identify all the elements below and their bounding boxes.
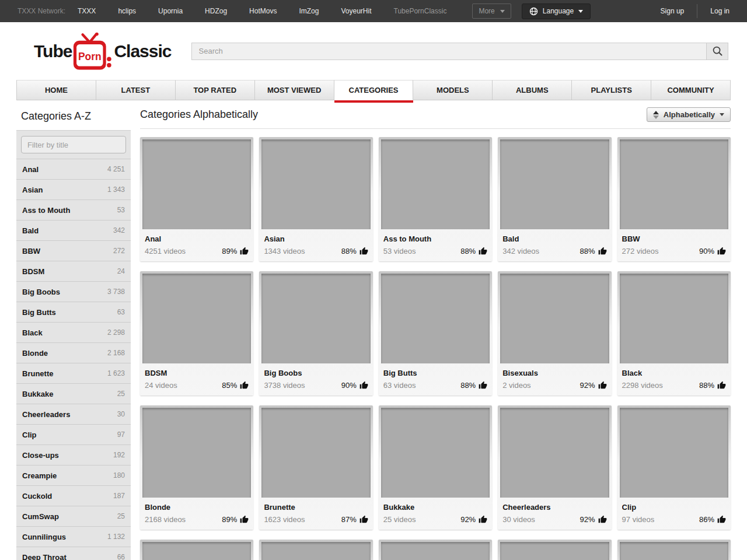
category-card[interactable]: Ass to Mouth 53 videos 88% — [379, 137, 492, 261]
network-site-link[interactable]: HotMovs — [249, 7, 277, 15]
thumbs-up-icon — [598, 247, 607, 256]
category-thumbnail — [500, 139, 609, 229]
category-thumbnail — [261, 408, 370, 498]
category-video-count: 1343 videos — [264, 247, 305, 256]
category-title: Blonde — [145, 503, 249, 512]
network-site-link[interactable]: TXXX — [78, 7, 96, 15]
category-list-count: 2 168 — [107, 349, 125, 357]
search-bar — [191, 43, 728, 60]
category-list-item[interactable]: BBW 272 — [16, 240, 131, 261]
search-icon — [712, 46, 723, 57]
category-card[interactable]: Clip 97 videos 86% — [617, 405, 731, 530]
category-card[interactable]: Cheerleaders 30 videos 92% — [498, 405, 611, 530]
search-input[interactable] — [191, 43, 706, 60]
category-list-item[interactable]: Deep Throat 66 — [16, 547, 131, 560]
tv-logo-icon: Porn — [72, 32, 113, 72]
category-card[interactable]: Bukkake 25 videos 92% — [379, 405, 492, 530]
categories-sidebar: Categories A-Z Anal 4 251 Asian 1 343 A — [16, 100, 131, 560]
category-card[interactable] — [259, 540, 372, 560]
category-card[interactable]: Big Boobs 3738 videos 90% — [259, 271, 372, 396]
category-card[interactable]: Bisexuals 2 videos 92% — [498, 271, 611, 396]
nav-tab[interactable]: TOP RATED — [176, 80, 255, 100]
category-list-item[interactable]: Anal 4 251 — [16, 159, 131, 179]
category-card[interactable]: Big Butts 63 videos 88% — [379, 271, 492, 396]
category-list-count: 24 — [117, 267, 125, 275]
filter-input[interactable] — [21, 136, 126, 153]
sidebar-panel: Anal 4 251 Asian 1 343 Ass to Mouth 53 — [16, 130, 131, 560]
category-list-item[interactable]: Asian 1 343 — [16, 179, 131, 200]
nav-tab[interactable]: PLAYLISTS — [572, 80, 651, 100]
category-list-item[interactable]: Cuckold 187 — [16, 485, 131, 506]
network-site-link[interactable]: VoyeurHit — [341, 7, 371, 15]
category-title: Ass to Mouth — [383, 235, 487, 243]
category-rating-area: 89% — [222, 515, 249, 524]
category-card[interactable]: BDSM 24 videos 85% — [140, 271, 253, 396]
category-list-item[interactable]: Black 2 298 — [16, 322, 131, 342]
category-list-item[interactable]: BDSM 24 — [16, 261, 131, 281]
category-stats: 24 videos 85% — [145, 381, 249, 396]
category-title: BBW — [622, 235, 726, 243]
category-rating-area: 88% — [341, 247, 368, 256]
category-card[interactable]: Brunette 1623 videos 87% — [259, 405, 372, 530]
category-list-item[interactable]: Brunette 1 623 — [16, 363, 131, 383]
category-list-item[interactable]: Cheerleaders 30 — [16, 404, 131, 424]
category-video-count: 2168 videos — [145, 515, 186, 524]
category-rating-area: 85% — [222, 381, 249, 390]
category-list-label: Big Butts — [22, 308, 56, 317]
category-list-item[interactable]: Bukkake 25 — [16, 383, 131, 404]
content-area: Categories A-Z Anal 4 251 Asian 1 343 A — [0, 100, 747, 560]
category-list-item[interactable]: Big Boobs 3 738 — [16, 281, 131, 302]
category-card[interactable] — [379, 540, 492, 560]
category-list-item[interactable]: CumSwap 25 — [16, 506, 131, 526]
language-button[interactable]: Language — [522, 4, 591, 19]
main-header-row: Categories Alphabetically Alphabetically — [140, 107, 731, 129]
category-list-item[interactable]: Blonde 2 168 — [16, 342, 131, 363]
logo-text-porn: Porn — [78, 50, 102, 62]
nav-tab[interactable]: HOME — [16, 80, 96, 100]
more-sites-button[interactable]: More — [472, 4, 511, 19]
nav-tab[interactable]: CATEGORIES — [334, 80, 414, 100]
search-button[interactable] — [706, 43, 728, 60]
network-site-link[interactable]: hclips — [118, 7, 136, 15]
category-list-item[interactable]: Bald 342 — [16, 220, 131, 240]
category-card[interactable]: Bald 342 videos 88% — [498, 137, 611, 261]
category-list-item[interactable]: Ass to Mouth 53 — [16, 200, 131, 220]
network-site-link[interactable]: Upornia — [158, 7, 183, 15]
category-rating-area: 88% — [460, 247, 487, 256]
thumbs-up-icon — [479, 247, 487, 256]
category-list-count: 192 — [113, 451, 125, 459]
category-list-item[interactable]: Creampie 180 — [16, 465, 131, 485]
category-list-item[interactable]: Clip 97 — [16, 424, 131, 444]
category-list-item[interactable]: Big Butts 63 — [16, 302, 131, 322]
nav-tab[interactable]: COMMUNITY — [651, 80, 731, 100]
category-list-item[interactable]: Close-ups 192 — [16, 444, 131, 465]
category-list-label: Ass to Mouth — [22, 206, 70, 215]
login-link[interactable]: Log in — [710, 7, 729, 15]
category-thumbnail — [381, 139, 490, 229]
main-nav: HOME LATEST TOP RATED MOST VIEWED CATEGO… — [16, 80, 731, 100]
signup-link[interactable]: Sign up — [661, 7, 685, 15]
category-card[interactable]: Black 2298 videos 88% — [617, 271, 731, 396]
nav-tab[interactable]: MODELS — [413, 80, 493, 100]
category-card[interactable]: Anal 4251 videos 89% — [140, 137, 253, 261]
category-card[interactable]: Blonde 2168 videos 89% — [140, 405, 253, 530]
category-rating-area: 88% — [699, 381, 726, 390]
category-list-item[interactable]: Cunnilingus 1 132 — [16, 526, 131, 547]
page-title: Categories Alphabetically — [140, 108, 258, 121]
nav-tab[interactable]: LATEST — [96, 80, 176, 100]
category-card[interactable] — [617, 540, 731, 560]
category-card[interactable] — [140, 540, 253, 560]
network-site-link[interactable]: HDZog — [205, 7, 227, 15]
category-card[interactable]: BBW 272 videos 90% — [617, 137, 731, 261]
network-site-link[interactable]: ImZog — [299, 7, 319, 15]
sort-button[interactable]: Alphabetically — [647, 107, 731, 122]
chevron-down-icon — [578, 10, 583, 13]
nav-tab[interactable]: ALBUMS — [493, 80, 572, 100]
site-logo[interactable]: Tube Porn Classic — [34, 31, 172, 72]
category-list-count: 25 — [117, 512, 125, 520]
category-list-label: Cuckold — [22, 492, 52, 501]
nav-tab[interactable]: MOST VIEWED — [255, 80, 334, 100]
category-card[interactable] — [498, 540, 611, 560]
site-header: Tube Porn Classic — [0, 22, 747, 80]
category-card[interactable]: Asian 1343 videos 88% — [259, 137, 372, 261]
